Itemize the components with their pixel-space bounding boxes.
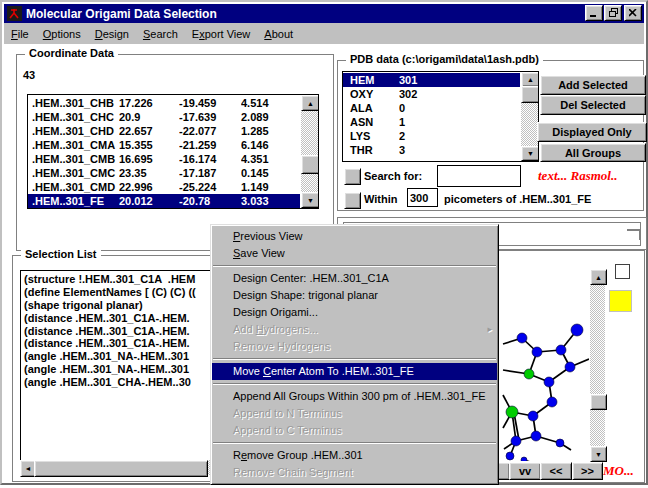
titlebar[interactable]: Molecular Origami Data Selection <box>4 4 644 23</box>
menu-item[interactable]: Remove Hydrogens <box>212 338 497 355</box>
pdb-cell: ASN <box>343 115 399 129</box>
menu-item[interactable]: Append to N Terminus <box>212 405 497 422</box>
nav-prev-button[interactable]: << <box>540 462 572 480</box>
coordinate-listbox[interactable]: .HEM..301_CHB17.226-19.4594.514.HEM..301… <box>27 94 319 209</box>
app-window: Molecular Origami Data Selection FileOpt… <box>0 0 648 485</box>
menu-item[interactable]: Remove Group .HEM..301 <box>212 447 497 464</box>
atom-green <box>524 369 534 379</box>
scroll-down-button[interactable]: ▼ <box>301 192 319 208</box>
pdb-cell: 3 <box>399 143 459 157</box>
coordinate-row[interactable]: .HEM..301_CMC23.35-17.1870.145 <box>28 166 300 180</box>
coordinate-cell: .HEM..301_CMC <box>28 166 119 180</box>
pdb-listbox[interactable]: HEM301OXY302ALA0ASN1LYS2THR3 ▲ ▼ <box>342 71 539 162</box>
menu-item[interactable]: Remove Chain Segment <box>212 464 497 481</box>
pdb-cell: 301 <box>399 73 459 87</box>
add-selected-button[interactable]: Add Selected <box>540 75 646 95</box>
menu-separator <box>213 383 496 385</box>
menu-item[interactable]: Design Shape: trigonal planar <box>212 287 497 304</box>
coordinate-cell: 0.145 <box>241 166 289 180</box>
viewer-scrollbar[interactable]: ▲ ▼ <box>590 269 605 460</box>
menubar-item-design[interactable]: Design <box>88 26 136 42</box>
menu-item[interactable]: Move Center Atom To .HEM..301_FE <box>212 363 497 380</box>
coordinate-scrollbar-track[interactable]: ▲ ▼ <box>301 95 318 206</box>
pdb-row[interactable]: OXY302 <box>343 87 520 101</box>
scroll-up-button[interactable]: ▲ <box>521 72 539 87</box>
display-checkbox[interactable] <box>615 264 630 279</box>
pdb-row[interactable]: HEM301 <box>343 73 520 87</box>
displayed-only-button[interactable]: Displayed Only <box>537 122 647 142</box>
coordinate-row[interactable]: .HEM..301_CMA15.355-21.2596.146 <box>28 138 300 152</box>
coordinate-cell: 23.35 <box>119 166 179 180</box>
pdb-row[interactable]: LYS2 <box>343 129 520 143</box>
menu-item[interactable]: Save View <box>212 245 497 262</box>
coordinate-cell: -17.187 <box>179 166 241 180</box>
atom-blue <box>506 452 514 460</box>
menubar-item-about[interactable]: About <box>257 26 300 42</box>
scroll-up-button[interactable]: ▲ <box>590 269 607 285</box>
app-icon <box>7 6 22 21</box>
pdb-row[interactable]: THR3 <box>343 143 520 157</box>
restore-button[interactable] <box>604 5 622 21</box>
pdb-cell: 0 <box>399 101 459 115</box>
scrollbar-thumb[interactable] <box>590 394 607 410</box>
within-input[interactable] <box>407 188 438 207</box>
menu-item[interactable]: Design Center: .HEM..301_C1A <box>212 270 497 287</box>
coordinate-row[interactable]: .HEM..301_FE20.012-20.783.033 <box>28 194 300 208</box>
pdb-cell: 1 <box>399 115 459 129</box>
menubar-item-options[interactable]: Options <box>36 26 88 42</box>
coordinate-row[interactable]: .HEM..301_CHC20.9-17.6392.089 <box>28 110 300 124</box>
atom-blue <box>521 457 527 461</box>
nav-next-button[interactable]: >> <box>572 462 603 480</box>
coordinate-row[interactable]: .HEM..301_CMB16.695-16.1744.351 <box>28 152 300 166</box>
coordinate-cell: 17.226 <box>119 96 179 110</box>
menu-item[interactable]: Append All Groups Within 300 pm of .HEM.… <box>212 388 497 405</box>
minimize-button[interactable] <box>585 5 603 21</box>
scrollbar-thumb[interactable] <box>34 460 208 477</box>
atom-blue <box>556 439 564 447</box>
menubar-item-export-view[interactable]: Export View <box>185 26 258 42</box>
coordinate-cell: 16.695 <box>119 152 179 166</box>
window-title: Molecular Origami Data Selection <box>26 7 217 21</box>
coordinate-data-title: Coordinate Data <box>25 47 118 59</box>
search-checkbox[interactable] <box>344 168 361 185</box>
pdb-cell: THR <box>343 143 399 157</box>
del-selected-button[interactable]: Del Selected <box>540 95 646 115</box>
coordinate-cell: .HEM..301_CHB <box>28 96 119 110</box>
coordinate-cell: .HEM..301_CMA <box>28 138 119 152</box>
menu-item[interactable]: Add Hydrogens...▸ <box>212 321 497 338</box>
coordinate-cell: -16.174 <box>179 152 241 166</box>
search-input[interactable] <box>437 165 521 187</box>
selection-list-title: Selection List <box>21 248 101 260</box>
pdb-cell: HEM <box>343 73 399 87</box>
menu-item[interactable]: Previous View <box>212 228 497 245</box>
pdb-row[interactable]: ALA0 <box>343 101 520 115</box>
coordinate-row[interactable]: .HEM..301_CMD22.996-25.2241.149 <box>28 180 300 194</box>
menu-item[interactable]: Design Origami... <box>212 304 497 321</box>
scroll-down-button[interactable]: ▼ <box>590 446 607 462</box>
pdb-scrollbar-track[interactable]: ▲ ▼ <box>521 72 538 159</box>
color-swatch-yellow[interactable] <box>609 290 632 312</box>
within-checkbox[interactable] <box>344 192 361 209</box>
scroll-down-button[interactable]: ▼ <box>521 146 539 161</box>
menubar-item-file[interactable]: File <box>4 26 36 42</box>
scroll-up-button[interactable]: ▲ <box>301 95 319 111</box>
close-button[interactable] <box>624 5 642 21</box>
all-groups-button[interactable]: All Groups <box>540 143 646 162</box>
menu-item[interactable]: Append to C Terminus <box>212 422 497 439</box>
scrollbar-thumb[interactable] <box>521 86 539 103</box>
field-corner-mark <box>627 229 641 240</box>
pdb-row[interactable]: ASN1 <box>343 115 520 129</box>
coordinate-cell: 20.012 <box>119 194 179 208</box>
coordinate-row[interactable]: .HEM..301_CHD22.657-22.0771.285 <box>28 124 300 138</box>
nav-down-button[interactable]: vv <box>509 462 541 480</box>
menu-separator <box>213 265 496 267</box>
menubar-item-search[interactable]: Search <box>136 26 185 42</box>
scrollbar-thumb[interactable] <box>301 155 319 174</box>
within-label: Within <box>364 193 398 205</box>
coordinate-row[interactable]: .HEM..301_CHB17.226-19.4594.514 <box>28 96 300 110</box>
coordinate-cell: .HEM..301_CHC <box>28 110 119 124</box>
rasmol-note: text... Rasmol.. <box>538 168 617 184</box>
coordinate-cell: -20.78 <box>179 194 241 208</box>
coordinate-data-group: Coordinate Data 43 .HEM..301_CHB17.226-1… <box>16 54 334 251</box>
atom-blue <box>528 411 538 421</box>
